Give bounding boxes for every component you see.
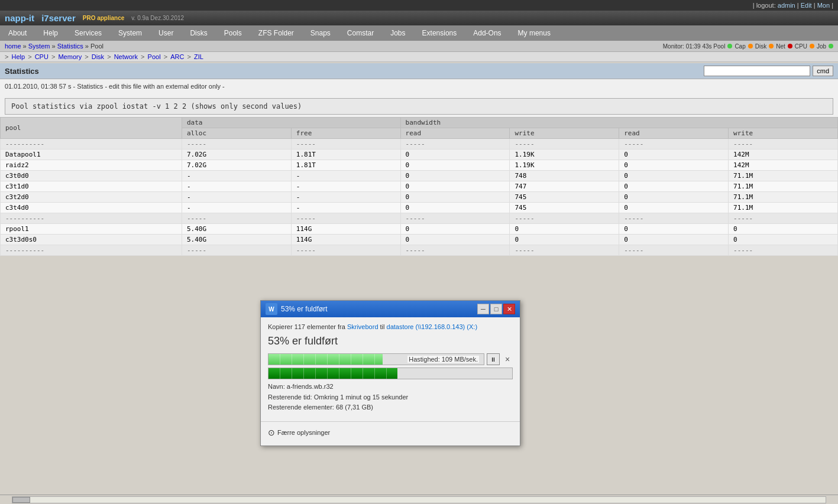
table-row: c3t1d0--0747071.1M: [1, 181, 838, 192]
search-area: cmd: [704, 66, 833, 76]
cpu-label: CPU: [795, 43, 807, 50]
table-cell: 0: [400, 224, 510, 235]
subnav-network[interactable]: Network: [114, 53, 138, 60]
subnav-arrow: >: [5, 53, 8, 60]
breadcrumb-bar: home » System » Statistics » Pool Monito…: [0, 41, 838, 52]
table-cell: 0: [619, 149, 729, 160]
logout-link[interactable]: admin: [778, 2, 795, 9]
nav-my-menus[interactable]: My menus: [510, 25, 559, 41]
table-cell: Datapool1: [1, 149, 182, 160]
nav-user[interactable]: User: [150, 25, 182, 41]
table-cell: 0: [619, 224, 729, 235]
table-cell: c3t1d0: [1, 181, 182, 192]
table-cell: 0: [619, 181, 729, 192]
table-cell: ----------: [1, 245, 182, 256]
cmd-button[interactable]: cmd: [813, 66, 833, 76]
app-name: napp-it: [5, 13, 34, 23]
subnav-cpu[interactable]: CPU: [35, 53, 48, 60]
table-cell: -: [182, 171, 291, 181]
disk-label: Disk: [755, 43, 766, 50]
table-cell: -----: [510, 213, 619, 224]
table-cell: -: [291, 171, 400, 181]
table-cell: 7.02G: [182, 149, 291, 160]
table-cell: 5.40G: [182, 224, 291, 235]
subnav-help[interactable]: Help: [12, 53, 25, 60]
nav-snaps[interactable]: Snaps: [302, 25, 339, 41]
subnav-memory[interactable]: Memory: [58, 53, 82, 60]
job-label: Job: [817, 43, 826, 50]
table-cell: -: [291, 203, 400, 213]
cap-indicator: [748, 44, 753, 48]
table-cell: 114G: [291, 235, 400, 245]
table-cell: 0: [729, 224, 838, 235]
subnav-zil[interactable]: ZIL: [194, 53, 203, 60]
table-cell: -----: [182, 245, 291, 256]
subnav-pool[interactable]: Pool: [148, 53, 161, 60]
table-cell: c3t3d0s0: [1, 235, 182, 245]
table-cell: 0: [619, 171, 729, 181]
nav-extensions[interactable]: Extensions: [414, 25, 465, 41]
table-cell: -----: [619, 213, 729, 224]
table-cell: -----: [619, 139, 729, 149]
table-cell: -----: [291, 139, 400, 149]
nav-pools[interactable]: Pools: [216, 25, 250, 41]
table-cell: 0: [619, 192, 729, 203]
main-nav: About Help Services System User Disks Po…: [0, 25, 838, 41]
edit-link[interactable]: Edit: [801, 2, 812, 9]
table-cell: 0: [729, 235, 838, 245]
nav-about[interactable]: About: [0, 25, 35, 41]
table-cell: 142M: [729, 160, 838, 171]
table-cell: 71.1M: [729, 192, 838, 203]
col-write2: write: [729, 128, 838, 139]
mon-link[interactable]: Mon: [817, 2, 830, 9]
table-cell: raidz2: [1, 160, 182, 171]
table-cell: 748: [510, 171, 619, 181]
subnav-disk[interactable]: Disk: [92, 53, 104, 60]
breadcrumb-system[interactable]: System: [28, 43, 50, 50]
pool-stats-box: Pool statistics via zpool iostat -v 1 2 …: [5, 98, 833, 115]
table-cell: rpool1: [1, 224, 182, 235]
table-cell: 745: [510, 203, 619, 213]
subnav-arc[interactable]: ARC: [170, 53, 184, 60]
table-cell: 71.1M: [729, 171, 838, 181]
nav-help[interactable]: Help: [35, 25, 66, 41]
cap-label: Cap: [735, 43, 745, 50]
nav-comstar[interactable]: Comstar: [339, 25, 382, 41]
nav-disks[interactable]: Disks: [182, 25, 215, 41]
table-cell: -----: [510, 245, 619, 256]
col-group-data: data: [182, 118, 400, 128]
nav-zfs-folder[interactable]: ZFS Folder: [250, 25, 302, 41]
nav-add-ons[interactable]: Add-Ons: [465, 25, 509, 41]
table-body: ----------------------------------------…: [1, 139, 838, 256]
table-row: ----------------------------------------: [1, 213, 838, 224]
topbar-text: | logout: admin | Edit | Mon |: [753, 2, 833, 9]
table-cell: 71.1M: [729, 203, 838, 213]
table-cell: 0: [510, 224, 619, 235]
monitor-text: Monitor: 01:39 43s Pool: [663, 43, 726, 50]
table-cell: 0: [400, 203, 510, 213]
table-cell: -----: [619, 245, 729, 256]
table-row: ----------------------------------------: [1, 139, 838, 149]
table-cell: 0: [400, 160, 510, 171]
breadcrumb-home[interactable]: home: [5, 43, 21, 50]
table-cell: -----: [729, 245, 838, 256]
table-cell: 0: [510, 235, 619, 245]
table-cell: 1.19K: [510, 160, 619, 171]
table-row: c3t2d0--0745071.1M: [1, 192, 838, 203]
nav-jobs[interactable]: Jobs: [382, 25, 413, 41]
table-row: c3t3d0s05.40G114G0000: [1, 235, 838, 245]
nav-system[interactable]: System: [110, 25, 150, 41]
version-label: v. 0.9a Dez.30.2012: [131, 15, 184, 21]
header: napp-it i7server PRO appliance v. 0.9a D…: [0, 11, 838, 25]
main-content: Statistics cmd 01.01.2010, 01:38 57 s - …: [0, 63, 838, 256]
table-cell: 7.02G: [182, 160, 291, 171]
search-input[interactable]: [704, 66, 810, 76]
table-cell: -: [291, 192, 400, 203]
breadcrumb-statistics[interactable]: Statistics: [57, 43, 83, 50]
table-cell: 71.1M: [729, 181, 838, 192]
col-read2: read: [619, 128, 729, 139]
table-cell: -----: [729, 213, 838, 224]
top-bar: | logout: admin | Edit | Mon |: [0, 0, 838, 11]
col-free: free: [291, 128, 400, 139]
nav-services[interactable]: Services: [66, 25, 110, 41]
